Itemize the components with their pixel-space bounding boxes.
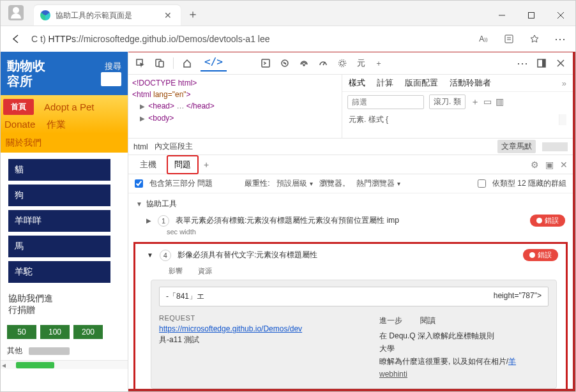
new-style-icon[interactable]: ＋ bbox=[471, 96, 480, 108]
severity-dropdown[interactable]: 預設層級 bbox=[277, 178, 313, 189]
breadcrumb-body[interactable]: 內文區段主 bbox=[155, 141, 193, 152]
tab-layout[interactable]: 版面配置 bbox=[405, 77, 438, 89]
inspect-icon[interactable] bbox=[132, 55, 149, 72]
url-display[interactable]: C t) HTTPs://microsoftedge.github.io/Dem… bbox=[31, 34, 468, 44]
drawer-tab-console[interactable]: 主機 bbox=[133, 156, 163, 173]
menu-item-horse[interactable]: 馬 bbox=[8, 236, 110, 257]
menu-item-cat[interactable]: 貓 bbox=[8, 159, 110, 181]
nav-jobs[interactable]: 作業 bbox=[45, 116, 67, 133]
styles-filter-input[interactable] bbox=[347, 95, 424, 109]
styles-pane: 樣式 計算 版面配置 活動聆聽者 » 滾刀. 類 ＋ ▭ ▥ 元素. bbox=[342, 75, 573, 138]
more-tabs-text[interactable]: 元 bbox=[353, 55, 370, 72]
performance-tab-icon[interactable] bbox=[315, 55, 331, 72]
browser-tab[interactable]: 協助工具的示範頁面是 ✕ bbox=[34, 5, 181, 26]
nav-about[interactable]: 關於我們 bbox=[1, 133, 128, 153]
tab-computed[interactable]: 計算 bbox=[377, 77, 393, 89]
favorites-icon[interactable] bbox=[524, 29, 545, 49]
page-horizontal-scrollbar[interactable]: ◂ bbox=[1, 360, 128, 369]
network-tab-icon[interactable] bbox=[296, 55, 312, 72]
devtools-menu-icon[interactable]: ⋯ bbox=[514, 55, 531, 72]
profile-avatar[interactable] bbox=[8, 5, 24, 20]
tab-title: 協助工具的示範頁面是 bbox=[56, 10, 162, 21]
drawer-fullscreen-icon[interactable]: ▣ bbox=[545, 160, 554, 170]
include-thirdparty-checkbox[interactable] bbox=[135, 179, 143, 188]
window-maximize-button[interactable] bbox=[517, 5, 546, 26]
row1-expand-icon[interactable]: ▶ bbox=[146, 217, 151, 224]
reader-mode-icon[interactable] bbox=[499, 29, 519, 49]
card1-snippet: -「841」エ height="787"> bbox=[159, 287, 549, 306]
devtools-close-icon[interactable] bbox=[552, 55, 569, 72]
drawer-close-icon[interactable]: ✕ bbox=[560, 160, 568, 170]
address-bar: C t) HTTPs://microsoftedge.github.io/Dem… bbox=[1, 26, 575, 52]
card1-photos-link[interactable]: 羊 bbox=[508, 357, 516, 366]
issue-category[interactable]: ▼ 協助工具 bbox=[128, 196, 573, 212]
group-by-type-checkbox[interactable] bbox=[478, 179, 486, 188]
welcome-tab-icon[interactable] bbox=[179, 55, 195, 72]
flex-icon[interactable]: ▭ bbox=[483, 96, 492, 108]
breadcrumb-article[interactable]: 文章馬默 bbox=[497, 140, 536, 153]
row1-error-badge: 錯誤 bbox=[530, 215, 565, 227]
issues-body: ▼ 協助工具 ▶ 1 表單元素必須有標籤:元素沒有標題屬性元素沒有預留位置屬性 … bbox=[128, 193, 573, 389]
browser-label: 瀏覽器。 bbox=[319, 178, 350, 189]
page-title-line1: 動物收 bbox=[7, 58, 45, 73]
donate-other-input[interactable] bbox=[29, 347, 70, 355]
severity-label: 嚴重性: bbox=[245, 178, 269, 189]
breadcrumb-html[interactable]: html bbox=[133, 142, 148, 151]
nav-donate[interactable]: Donate bbox=[3, 116, 36, 133]
styles-scrollbar[interactable] bbox=[559, 114, 566, 125]
card1-right: 進一步 閱讀 在 Dequ.Q 深入瞭解此座標軸規則 大學 瞭解為什麼這很重要,… bbox=[379, 314, 549, 381]
tab-listeners[interactable]: 活動聆聽者 bbox=[450, 77, 491, 89]
subtab-resources[interactable]: 資源 bbox=[198, 266, 212, 276]
drawer-add-tab[interactable]: + bbox=[204, 160, 209, 170]
svg-point-15 bbox=[338, 60, 345, 67]
issue-row-1[interactable]: ▶ 1 表單元素必須有標籤:元素沒有標題屬性元素沒有預留位置屬性 imp 錯誤 bbox=[128, 212, 573, 227]
drawer-settings-icon[interactable]: ⚙ bbox=[531, 160, 539, 170]
scrollbar-thumb[interactable] bbox=[16, 362, 54, 368]
row2-collapse-icon[interactable]: ▼ bbox=[147, 252, 153, 259]
read-aloud-icon[interactable]: A)) bbox=[473, 29, 494, 49]
styles-body: 元素. 樣式 { bbox=[342, 112, 573, 128]
add-tab-button[interactable]: ＋ bbox=[372, 55, 385, 72]
subtab-affected[interactable]: 影響 bbox=[169, 266, 183, 276]
menu-item-alpaca[interactable]: 羊駝 bbox=[8, 261, 110, 283]
donate-50[interactable]: 50 bbox=[7, 325, 36, 339]
dom-breadcrumb[interactable]: html 內文區段主 文章馬默 bbox=[128, 139, 573, 155]
dock-icon[interactable] bbox=[533, 55, 550, 72]
console-tab-icon[interactable] bbox=[257, 55, 274, 72]
window-close-button[interactable] bbox=[546, 5, 575, 26]
dom-tree[interactable]: <!DOCTYPE html> <html lang="en"> ▶ <head… bbox=[128, 75, 342, 138]
edge-icon bbox=[40, 10, 50, 20]
menu-item-dog[interactable]: 狗 bbox=[8, 185, 110, 206]
issue-card-1: -「841」エ height="787"> REQUEST https://mi… bbox=[151, 280, 557, 389]
menu-item-sheep[interactable]: 羊咩咩 bbox=[8, 210, 110, 232]
elements-tab[interactable]: </> bbox=[201, 56, 227, 72]
card1-webhint-link[interactable]: webhinti bbox=[379, 368, 549, 381]
help-text: 協助我們進 行捐贈 bbox=[1, 287, 128, 322]
device-mode-icon[interactable] bbox=[151, 55, 168, 72]
category-collapse-icon[interactable]: ▼ bbox=[136, 200, 142, 207]
include-thirdparty-label: 包含第三部分 問題 bbox=[149, 178, 213, 189]
browser-menu-icon[interactable]: ⋯ bbox=[550, 29, 570, 49]
search-input[interactable] bbox=[101, 72, 121, 86]
computed-toggle-icon[interactable]: ▥ bbox=[496, 96, 504, 108]
browser-dropdown[interactable]: 熱門瀏覽器 bbox=[356, 178, 400, 189]
window-minimize-button[interactable] bbox=[487, 5, 517, 26]
donate-100[interactable]: 100 bbox=[40, 325, 70, 339]
back-button[interactable] bbox=[6, 29, 26, 49]
row1-count: 1 bbox=[158, 215, 169, 227]
card1-request-link[interactable]: https://microsoftedge.github.io/Demos/de… bbox=[159, 324, 302, 333]
nav-home[interactable]: 首頁 bbox=[3, 99, 34, 115]
tab-styles[interactable]: 樣式 bbox=[349, 77, 365, 89]
side-menu: 貓 狗 羊咩咩 馬 羊駝 bbox=[1, 153, 128, 287]
tab-close-icon[interactable]: ✕ bbox=[162, 10, 174, 20]
nav-adopt[interactable]: Adopt a Pet bbox=[43, 99, 95, 115]
breadcrumb-more[interactable] bbox=[542, 142, 568, 151]
issue-row-2[interactable]: ▼ 4 影像必須具有替代文字:元素沒有標題屬性 錯誤 bbox=[138, 249, 563, 266]
memory-tab-icon[interactable] bbox=[334, 55, 351, 72]
svg-rect-1 bbox=[529, 13, 534, 19]
drawer-tab-issues[interactable]: 問題 bbox=[167, 155, 199, 174]
sources-tab-icon[interactable] bbox=[277, 55, 293, 72]
donate-200[interactable]: 200 bbox=[73, 325, 103, 339]
hov-button[interactable]: 滾刀. 類 bbox=[429, 94, 466, 109]
new-tab-button[interactable]: ＋ bbox=[181, 6, 205, 26]
